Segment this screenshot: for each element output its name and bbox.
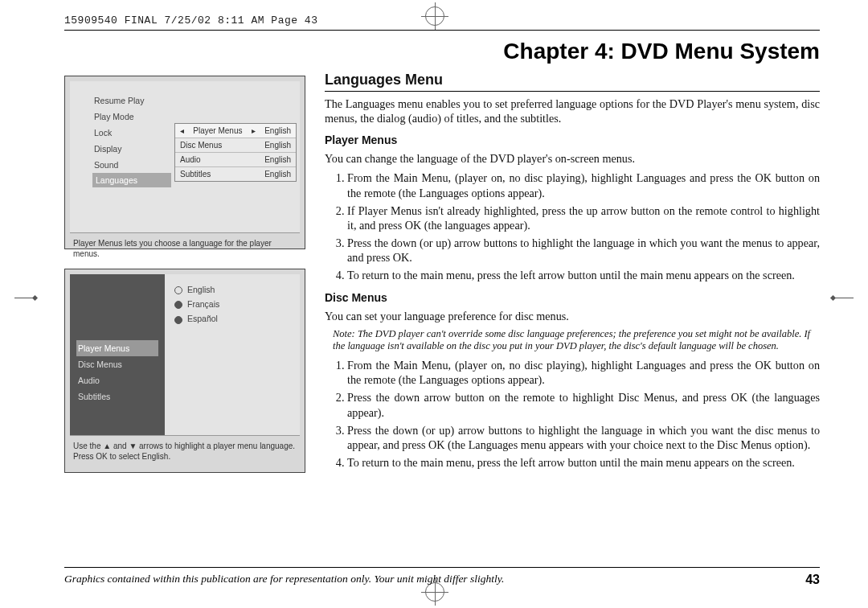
screenshot1-caption: Player Menus lets you choose a language … [70,233,300,259]
manual-page: 15909540 FINAL 7/25/02 8:11 AM Page 43 C… [0,0,868,608]
submenu-value: English [264,170,291,179]
footer-disclaimer: Graphics contained within this publicati… [64,573,504,587]
submenu-value: English [264,141,291,150]
submenu-row-player: ◂ Player Menus ▸ English [175,124,296,138]
section-title: Languages Menu [325,71,820,92]
submenu-label: Audio [180,155,201,164]
page-number: 43 [805,573,820,587]
arrow-right-icon: ▸ [252,126,256,135]
radio-icon [174,316,182,324]
player-step-4: To return to the main menu, press the le… [347,268,820,282]
disc-menus-note: Note: The DVD player can't override some… [333,328,820,353]
menu-item-playmode: Play Mode [92,109,292,125]
text-column: Languages Menu The Languages menu enable… [325,71,820,492]
arrow-left-icon: ◂ [180,126,184,135]
screenshot2-inner: Player Menus Disc Menus Audio Subtitles … [70,274,300,436]
player-step-2: If Player Menus isn't already highlighte… [347,203,820,232]
print-header: 15909540 FINAL 7/25/02 8:11 AM Page 43 [64,14,820,27]
page-footer: Graphics contained within this publicati… [64,567,820,587]
screenshot1-inner: Resume Play Play Mode Lock Display Sound… [70,81,300,233]
disc-step-4: To return to the main menu, press the le… [347,455,820,470]
screenshot2-language-list: English Français Español [165,274,300,435]
radio-icon [174,286,182,294]
submenu-row-subtitles: Subtitles English [175,167,296,181]
screenshot2-sidebar: Player Menus Disc Menus Audio Subtitles [70,274,165,435]
player-menus-intro: You can change the language of the DVD p… [325,151,820,166]
footer-rule [64,567,820,568]
player-menus-steps: From the Main Menu, (player on, no disc … [325,170,820,282]
sidebar-item-subtitles: Subtitles [76,388,158,405]
lang-option-francais: Français [173,297,292,311]
footer-row: Graphics contained within this publicati… [64,573,820,587]
submenu-value: English [264,155,291,164]
submenu-row-audio: Audio English [175,153,296,167]
content-columns: Resume Play Play Mode Lock Display Sound… [64,71,820,492]
screenshot2-caption: Use the ▲ and ▼ arrows to highlight a pl… [70,436,300,462]
player-step-3: Press the down (or up) arrow buttons to … [347,236,820,265]
submenu-label: Disc Menus [180,141,222,150]
radio-icon [174,301,182,309]
screenshot-languages-menu: Resume Play Play Mode Lock Display Sound… [64,76,305,249]
player-step-1: From the Main Menu, (player on, no disc … [347,170,820,199]
menu-item-resume: Resume Play [92,92,292,109]
player-menus-heading: Player Menus [325,134,820,148]
disc-menus-heading: Disc Menus [325,291,820,306]
top-rule [64,30,820,31]
submenu-value: English [264,126,291,135]
submenu-label: Player Menus [193,126,242,135]
sidebar-item-disc: Disc Menus [76,356,158,372]
disc-step-3: Press the down (or up) arrow buttons to … [347,423,820,452]
submenu-row-disc: Disc Menus English [175,138,296,153]
sidebar-item-player: Player Menus [76,340,158,356]
screenshot-language-select: Player Menus Disc Menus Audio Subtitles … [64,269,305,473]
disc-step-1: From the Main Menu, (player on, no disc … [347,358,820,387]
screenshot-column: Resume Play Play Mode Lock Display Sound… [64,71,305,492]
disc-step-2: Press the down arrow button on the remot… [347,390,820,419]
submenu-label: Subtitles [180,170,211,179]
menu-item-languages: Languages [92,173,171,187]
chapter-title: Chapter 4: DVD Menu System [64,39,820,64]
language-option-list: English Français Español [173,282,292,327]
disc-menus-steps: From the Main Menu, (player on, no disc … [325,358,820,470]
lang-option-espanol: Español [173,311,292,326]
intro-paragraph: The Languages menu enables you to set pr… [325,97,820,125]
disc-menus-intro: You can set your language preference for… [325,309,820,323]
languages-submenu: ◂ Player Menus ▸ English Disc Menus Engl… [174,123,297,182]
lang-option-english: English [173,282,292,297]
sidebar-item-audio: Audio [76,372,158,388]
